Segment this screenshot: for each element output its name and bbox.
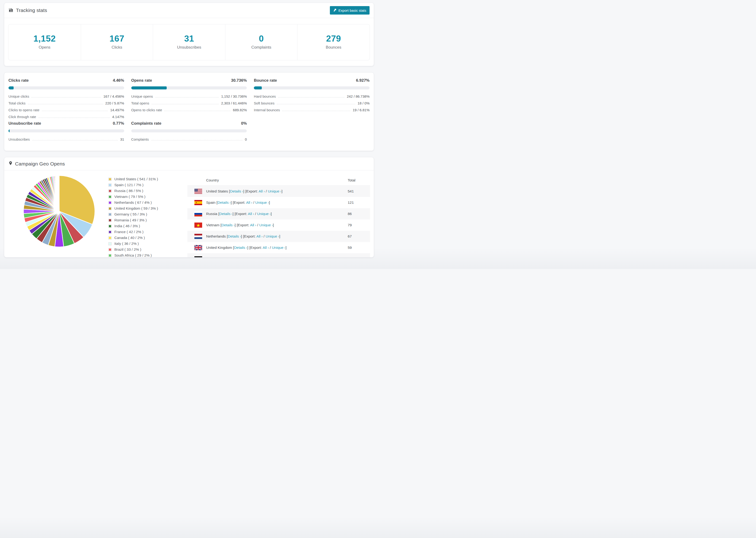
rate-row-label: Click through rate [9, 115, 36, 119]
rate-row-label: Complaints [131, 137, 149, 141]
export-all-link[interactable]: All › [259, 189, 265, 193]
legend-item[interactable]: Romania ( 49 / 3% ) [108, 218, 174, 222]
table-row: United States [Details ›] [Export: All ›… [188, 186, 370, 197]
rate-row: Hard bounces242 / 86.738% [254, 94, 369, 98]
export-all-link[interactable]: All › [248, 212, 254, 216]
legend-item[interactable]: Vietnam ( 79 / 5% ) [108, 194, 174, 199]
legend-item[interactable]: Italy ( 36 / 2% ) [108, 242, 174, 246]
rate-row-value: 31 [120, 137, 124, 141]
legend-swatch [108, 189, 112, 192]
export-basic-stats-button[interactable]: Export basic stats [330, 6, 369, 15]
legend-item[interactable]: United Kingdom ( 59 / 3% ) [108, 206, 174, 211]
geo-body: United States ( 541 / 31% )Spain ( 121 /… [4, 170, 374, 257]
legend-swatch [108, 184, 112, 187]
legend-item[interactable]: Brazil ( 33 / 2% ) [108, 247, 174, 252]
rate-row-label: Hard bounces [254, 94, 276, 98]
legend-item[interactable]: Spain ( 121 / 7% ) [108, 183, 174, 187]
export-unique-link[interactable]: Unique › [259, 223, 273, 227]
country-cell: Spain [Details ›] [Export: All › / Uniqu… [202, 200, 348, 205]
country-name: Germany [206, 257, 221, 257]
total-value: 121 [348, 200, 370, 205]
progress-track [254, 86, 369, 89]
progress-fill [131, 86, 167, 89]
stat-label: Clicks [81, 45, 153, 50]
rate-value: 6.927% [356, 78, 369, 83]
details-link[interactable]: Details › [234, 245, 247, 249]
legend-swatch [108, 178, 112, 181]
table-row: Russia [Details ›] [Export: All › / Uniq… [188, 208, 370, 219]
rate-row-label: Soft bounces [254, 101, 274, 105]
rate-head: Unsubscribe rate0.77% [9, 121, 124, 126]
table-header-total: Total [348, 178, 370, 183]
legend-swatch [108, 213, 112, 216]
country-name: Vietnam [206, 223, 220, 227]
country-flag-ru [194, 211, 202, 216]
legend-swatch [108, 195, 112, 198]
legend-item[interactable]: Germany ( 55 / 3% ) [108, 212, 174, 216]
progress-track [9, 129, 124, 133]
rate-row: Internal bounces19 / 6.81% [254, 108, 369, 112]
legend-item[interactable]: India ( 46 / 3% ) [108, 224, 174, 228]
tracking-stats-title: Tracking stats [9, 7, 47, 14]
export-unique-link[interactable]: Unique › [261, 257, 274, 257]
rate-row: Click through rate4.147% [9, 115, 124, 119]
geo-pie-chart [22, 174, 97, 250]
details-link[interactable]: Details › [221, 223, 235, 227]
total-value: 541 [348, 189, 370, 193]
legend-label: Romania ( 49 / 3% ) [114, 218, 147, 222]
details-link[interactable]: Details › [223, 257, 236, 257]
export-unique-link[interactable]: Unique › [272, 245, 286, 249]
country-cell: Netherlands [Details ›] [Export: All › /… [202, 234, 348, 239]
rate-row: Complaints0 [131, 137, 247, 141]
export-all-link[interactable]: All › [252, 257, 258, 257]
country-name: Russia [206, 212, 217, 216]
export-unique-link[interactable]: Unique › [255, 200, 269, 204]
stat-label: Bounces [297, 45, 369, 50]
stat-label: Opens [9, 45, 81, 50]
progress-track [9, 86, 124, 89]
export-all-link[interactable]: All › [250, 223, 256, 227]
export-all-link[interactable]: All › [256, 234, 262, 238]
stat-cell: 31Unsubscribes [153, 25, 225, 60]
section-title: Campaign Geo Opens [15, 161, 65, 167]
total-value: 55 [348, 257, 370, 257]
legend-item[interactable]: Netherlands ( 67 / 4% ) [108, 200, 174, 205]
table-header-country: Country [188, 178, 348, 183]
rate-row: Unique clicks167 / 4.456% [9, 94, 124, 98]
legend-item[interactable]: South Africa ( 29 / 2% ) [108, 253, 174, 257]
rate-row-leader [31, 97, 101, 97]
rate-row: Clicks to opens rate14.497% [9, 108, 124, 112]
rate-row-leader [278, 97, 345, 97]
export-unique-link[interactable]: Unique › [257, 212, 271, 216]
export-all-link[interactable]: All › [263, 245, 269, 249]
progress-track [131, 129, 247, 133]
legend-label: Canada ( 40 / 2% ) [114, 236, 145, 240]
stat-label: Complaints [225, 45, 297, 50]
rate-row-label: Unsubscribes [9, 137, 30, 141]
export-all-link[interactable]: All › [246, 200, 252, 204]
total-value: 59 [348, 245, 370, 250]
rate-title: Opens rate [131, 78, 152, 83]
details-link[interactable]: Details › [219, 212, 233, 216]
geo-opens-card: Campaign Geo Opens United States ( 541 /… [4, 157, 374, 257]
details-link[interactable]: Details › [228, 234, 241, 238]
tracking-stats-header: Tracking stats Export basic stats [4, 3, 374, 18]
rate-row: Total clicks220 / 5.87% [9, 101, 124, 105]
rate-value: 30.736% [231, 78, 247, 83]
export-unique-link[interactable]: Unique › [268, 189, 282, 193]
legend-label: United States ( 541 / 31% ) [114, 177, 158, 181]
stat-value: 1,152 [9, 34, 81, 44]
legend-item[interactable]: France ( 42 / 2% ) [108, 230, 174, 234]
legend-item[interactable]: Russia ( 86 / 5% ) [108, 189, 174, 193]
legend-item[interactable]: United States ( 541 / 31% ) [108, 177, 174, 181]
export-unique-link[interactable]: Unique › [266, 234, 279, 238]
rate-row-value: 1,152 / 30.736% [221, 94, 247, 98]
country-flag-gb [194, 245, 202, 250]
details-link[interactable]: Details › [230, 189, 243, 193]
rate-row-value: 689.82% [233, 108, 247, 112]
table-row: Spain [Details ›] [Export: All › / Uniqu… [188, 197, 370, 208]
rate-row: Unique opens1,152 / 30.736% [131, 94, 247, 98]
legend-item[interactable]: Canada ( 40 / 2% ) [108, 236, 174, 240]
rate-row-leader [282, 111, 350, 111]
details-link[interactable]: Details › [217, 200, 231, 204]
